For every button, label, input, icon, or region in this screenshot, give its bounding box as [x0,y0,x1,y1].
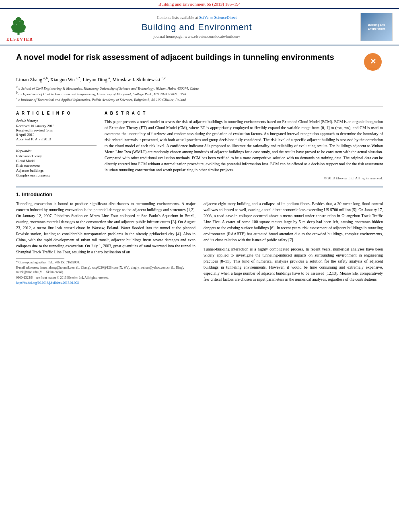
issn-line: 0360-1323/$ – see front matter © 2013 El… [16,275,195,280]
svg-point-7 [15,17,21,23]
svg-point-4 [20,24,26,30]
left-divider [16,145,97,146]
cover-label: Building and Environment [368,23,385,30]
corresponding-author-note: * Corresponding author. Tel.: +86 158 71… [16,260,195,265]
svg-text:CrossMark: CrossMark [367,68,379,70]
svg-point-8 [16,24,17,25]
journal-homepage-url: journal homepage: www.elsevier.com/locat… [33,34,360,39]
intro-left-col: Tunneling excavation is bound to produce… [16,201,195,286]
journal-citation: Building and Environment 65 (2013) 185–1… [158,2,241,6]
affiliation-b: b b Department of Civil & Environmental … [16,91,383,96]
keywords-list: Extension Theory Cloud Model Risk assess… [16,154,97,177]
authors-line: Limao Zhang a,b, Xianguo Wu a,*, Lieyun … [16,76,383,83]
keywords-title: Keywords: [16,149,97,153]
article-container: A novel model for risk assessment of adj… [0,45,399,292]
journal-header: ELSEVIER Contents lists available at Sci… [0,8,399,45]
section-divider [16,187,383,187]
intro-right-col: adjacent eight-story building and a coll… [204,201,383,286]
article-title: A novel model for risk assessment of adj… [16,52,356,62]
journal-cover-thumbnail: Building and Environment [360,13,393,41]
doi-link[interactable]: http://dx.doi.org/10.1016/j.buildenv.201… [16,281,195,285]
article-history: Article history: Received 10 January 201… [16,119,97,141]
article-info-column: A R T I C L E I N F O Article history: R… [16,111,97,180]
revised-date: 8 April 2013 [16,133,97,137]
journal-title: Building and Environment [33,22,360,33]
affiliation-c: c c Institute of Theoretical and Applied… [16,97,383,102]
elsevier-brand-text: ELSEVIER [6,37,33,41]
keyword-1: Extension Theory [16,154,97,158]
intro-right-text1: adjacent eight-story building and a coll… [204,201,383,243]
keyword-2: Cloud Model [16,159,97,163]
crossmark-icon: ✕ CrossMark [363,52,383,72]
intro-body: Tunneling excavation is bound to produce… [16,201,383,286]
affiliation-a: a a School of Civil Engineering & Mechan… [16,85,383,90]
copyright-line: © 2013 Elsevier Ltd. All rights reserved… [105,176,383,180]
email-addresses: E-mail addresses: limao_zhang@hotmail.co… [16,265,195,274]
sciverse-link[interactable]: SciVerse ScienceDirect [199,15,237,20]
abstract-column: A B S T R A C T This paper presents a no… [105,111,383,180]
elsevier-logo-area: ELSEVIER [6,12,33,41]
footnotes-section: * Corresponding author. Tel.: +86 158 71… [16,260,195,285]
elsevier-tree-icon [6,12,31,36]
intro-right-text2: Tunnel-building interaction is a highly … [204,246,383,282]
section-title: 1. Introduction [16,191,383,197]
svg-point-9 [19,21,21,23]
received-date: Received 10 January 2013 [16,124,97,128]
article-info-heading: A R T I C L E I N F O [16,111,97,115]
article-title-section: A novel model for risk assessment of adj… [16,52,383,72]
svg-text:✕: ✕ [370,58,376,66]
keyword-3: Risk assessment [16,164,97,168]
journal-title-area: Contents lists available at SciVerse Sci… [33,15,360,39]
footnote-divider [16,258,64,259]
revised-label: Received in revised form [16,128,97,132]
keyword-5: Complex environments [16,173,97,177]
abstract-heading: A B S T R A C T [105,111,383,115]
introduction-section: 1. Introduction Tunneling excavation is … [16,191,383,286]
sciverse-info: Contents lists available at SciVerse Sci… [33,15,360,20]
keyword-4: Adjacent buildings [16,168,97,173]
abstract-body: This paper presents a novel model to ass… [105,119,383,173]
journal-citation-bar: Building and Environment 65 (2013) 185–1… [0,0,399,8]
affiliations: a a School of Civil Engineering & Mechan… [16,85,383,102]
article-info-abstract-section: A R T I C L E I N F O Article history: R… [16,107,383,180]
intro-left-text: Tunneling excavation is bound to produce… [16,201,195,255]
history-title: Article history: [16,119,97,123]
author-limao: Limao Zhang a,b, Xianguo Wu a,*, Lieyun … [16,77,166,82]
accepted-date: Accepted 10 April 2013 [16,137,97,141]
